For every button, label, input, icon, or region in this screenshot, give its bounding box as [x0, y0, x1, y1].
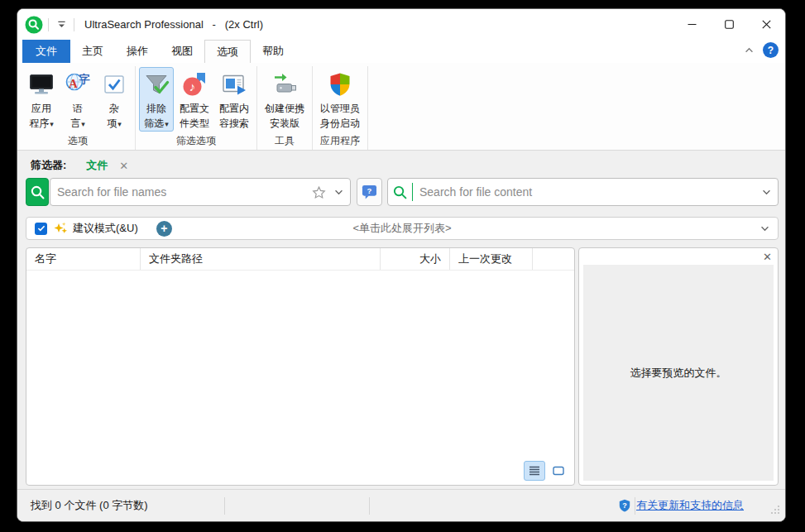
ribbon-group-options: 应用 程序▾ A字 语 言▾ 杂 项▾ 选项 — [21, 66, 136, 150]
column-header-empty — [533, 248, 574, 270]
svg-text:A: A — [69, 77, 78, 90]
preview-pane: ✕ 选择要预览的文件。 — [578, 247, 779, 486]
status-bar: 找到 0 个文件 (0 字节数) ? 有关更新和支持的信息 — [17, 489, 785, 521]
file-content-search-input[interactable] — [419, 185, 762, 199]
ribbon-group-label: 筛选选项 — [138, 132, 254, 151]
help-icon[interactable]: ? — [763, 42, 779, 58]
title-bar: UltraSearch Professional - (2x Ctrl) — [17, 9, 785, 40]
run-as-admin-button[interactable]: 以管理员 身份启动 — [316, 67, 364, 132]
column-header-last-changed[interactable]: 上一次更改 — [450, 248, 533, 270]
column-header-name[interactable]: 名字 — [26, 248, 141, 270]
search-help-button[interactable]: ? — [357, 178, 382, 206]
divider — [224, 497, 225, 515]
column-header-size[interactable]: 大小 — [381, 248, 450, 270]
file-types-button[interactable]: ♪ 配置文 件类型 — [175, 67, 213, 132]
ribbon-group-label: 选项 — [23, 132, 132, 151]
content-search-button[interactable]: 配置内 容搜索 — [215, 67, 253, 132]
ribbon-group-application: 以管理员 身份启动 应用程序 — [313, 66, 368, 150]
dropdown-arrow-icon: ▾ — [165, 120, 169, 128]
ribbon-group-filter-options: 排除 筛选▾ ♪ 配置文 件类型 配置内 容搜索 — [136, 66, 257, 150]
divider — [369, 497, 370, 515]
table-header-row: 名字 文件夹路径 大小 上一次更改 — [26, 248, 574, 271]
preview-area: 选择要预览的文件。 — [583, 265, 774, 481]
content-view-button[interactable] — [548, 461, 569, 481]
svg-text:?: ? — [367, 186, 372, 195]
divider — [412, 183, 413, 201]
preview-message: 选择要预览的文件。 — [630, 366, 727, 381]
preview-close-icon[interactable]: ✕ — [763, 251, 772, 263]
svg-text:♪: ♪ — [189, 79, 196, 93]
svg-text:字: 字 — [79, 73, 90, 85]
divider — [74, 18, 74, 31]
maximize-button[interactable] — [711, 9, 748, 40]
misc-checkbox-icon — [101, 71, 127, 100]
close-button[interactable] — [748, 9, 785, 40]
minimize-button[interactable] — [673, 9, 711, 40]
file-name-search-input[interactable] — [57, 185, 312, 199]
ribbon-group-label: 应用程序 — [315, 132, 365, 151]
exclude-filter-funnel-icon — [143, 71, 170, 100]
admin-shield-icon — [327, 71, 353, 100]
filter-tab-files[interactable]: 文件 — [86, 158, 108, 173]
quick-access-dropdown-icon[interactable] — [54, 18, 69, 31]
language-globe-icon: A字 — [65, 71, 91, 100]
shield-question-icon: ? — [618, 499, 631, 512]
create-portable-button[interactable]: 创建便携 安装版 — [261, 67, 309, 132]
panels: 名字 文件夹路径 大小 上一次更改 ✕ — [26, 247, 779, 486]
ribbon-group-label: 工具 — [260, 132, 309, 151]
update-support-link[interactable]: 有关更新和支持的信息 — [636, 498, 744, 513]
ultrasearch-window: UltraSearch Professional - (2x Ctrl) 文件 … — [17, 8, 786, 522]
tab-actions[interactable]: 操作 — [115, 40, 160, 63]
content-search-window-icon — [221, 71, 247, 100]
details-view-button[interactable] — [524, 461, 545, 481]
dropdown-arrow-icon: ▾ — [117, 120, 122, 128]
resize-grip[interactable] — [770, 505, 780, 517]
sparkles-icon — [53, 221, 68, 236]
tab-file[interactable]: 文件 — [22, 40, 70, 63]
view-toggle-group — [524, 461, 569, 481]
suggestion-mode-row[interactable]: 建议模式(&U) + <单击此处展开列表> — [26, 217, 779, 240]
files-found-status: 找到 0 个文件 (0 字节数) — [31, 498, 148, 513]
exclude-filter-button[interactable]: 排除 筛选▾ — [139, 67, 174, 132]
tab-options[interactable]: 选项 — [204, 40, 251, 63]
chevron-down-icon[interactable] — [760, 226, 769, 232]
filter-bar: 筛选器: 文件 ✕ — [26, 155, 779, 176]
tab-view[interactable]: 视图 — [160, 40, 204, 63]
search-row: ? — [26, 178, 779, 206]
file-types-music-icon: ♪ — [181, 71, 208, 100]
update-support-link-group[interactable]: ? 有关更新和支持的信息 — [618, 498, 744, 513]
chevron-down-icon[interactable] — [762, 189, 771, 195]
ribbon-tab-bar: 文件 主页 操作 视图 选项 帮助 ? — [17, 40, 785, 63]
favorite-star-icon[interactable] — [312, 185, 326, 199]
dropdown-arrow-icon: ▾ — [81, 120, 85, 128]
chevron-down-icon[interactable] — [334, 189, 343, 195]
expand-list-hint: <单击此处展开列表> — [26, 221, 778, 236]
search-button[interactable] — [26, 178, 49, 206]
misc-button[interactable]: 杂 项▾ — [97, 67, 132, 132]
app-logo-icon — [25, 16, 43, 34]
tab-help[interactable]: 帮助 — [251, 40, 295, 63]
file-content-search-field[interactable] — [387, 178, 779, 206]
suggestion-mode-label: 建议模式(&U) — [73, 221, 138, 236]
results-table: 名字 文件夹路径 大小 上一次更改 — [26, 247, 575, 486]
suggestion-mode-checkbox[interactable] — [35, 223, 47, 235]
applications-button[interactable]: 应用 程序▾ — [24, 67, 59, 132]
language-button[interactable]: A字 语 言▾ — [60, 67, 95, 132]
divider — [48, 18, 49, 31]
ribbon-group-tools: 创建便携 安装版 工具 — [257, 66, 313, 150]
usb-portable-icon — [271, 71, 298, 100]
collapse-ribbon-icon[interactable] — [741, 43, 756, 58]
file-name-search-field[interactable] — [50, 178, 351, 206]
filter-close-icon[interactable]: ✕ — [119, 160, 128, 172]
ribbon: 应用 程序▾ A字 语 言▾ 杂 项▾ 选项 — [17, 63, 785, 151]
svg-text:?: ? — [622, 501, 627, 510]
content-search-icon — [392, 185, 408, 200]
filter-label: 筛选器: — [31, 158, 66, 173]
column-header-folder-path[interactable]: 文件夹路径 — [141, 248, 381, 270]
window-title: UltraSearch Professional - (2x Ctrl) — [84, 18, 263, 31]
tab-home[interactable]: 主页 — [70, 40, 115, 63]
app-monitor-icon — [28, 71, 55, 100]
dropdown-arrow-icon: ▾ — [50, 120, 54, 128]
table-body-empty[interactable] — [26, 271, 574, 485]
add-suggestion-button[interactable]: + — [156, 221, 172, 237]
